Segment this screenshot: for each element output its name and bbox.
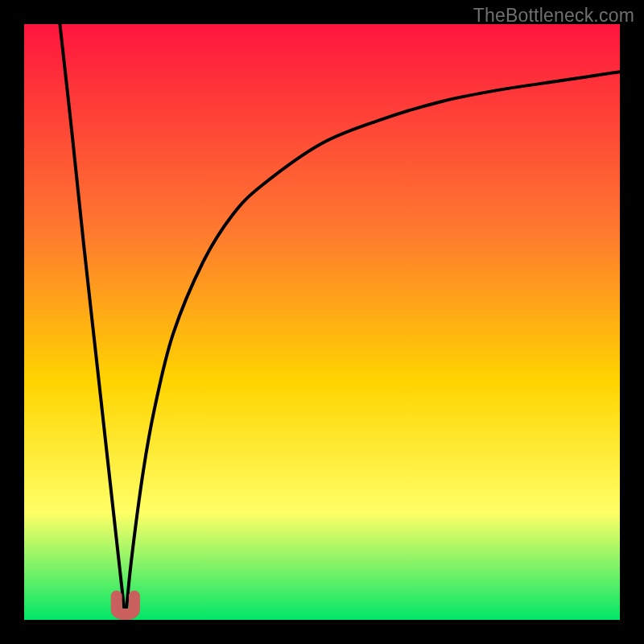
gradient-bg xyxy=(24,24,620,620)
chart-frame: TheBottleneck.com xyxy=(0,0,644,644)
plot-svg xyxy=(24,24,620,620)
plot-area xyxy=(24,24,620,620)
watermark-text: TheBottleneck.com xyxy=(473,5,634,27)
